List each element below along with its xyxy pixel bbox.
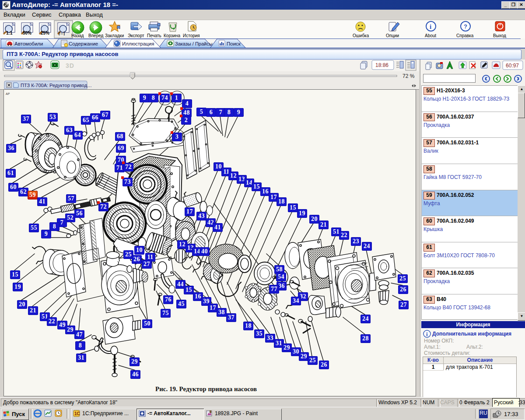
- svg-text:Поиск: Поиск: [227, 41, 241, 46]
- svg-text:Печать: Печать: [147, 33, 161, 38]
- svg-text:1С: 1С: [74, 411, 80, 416]
- svg-text:50%: 50%: [23, 31, 32, 35]
- svg-text:Экспорт: Экспорт: [128, 33, 144, 38]
- svg-text:3D: 3D: [66, 62, 74, 69]
- svg-text:Рис. 19. Редуктор привода насо: Рис. 19. Редуктор привода насосов: [155, 385, 257, 392]
- svg-text:|↔|: |↔|: [59, 31, 65, 35]
- svg-text:ПТЗ К-700А: Редуктор привод…: ПТЗ К-700А: Редуктор привод…: [21, 83, 92, 88]
- svg-text:Выход: Выход: [493, 33, 506, 38]
- svg-text:Ошибка: Ошибка: [353, 33, 369, 38]
- svg-text:Содержание: Содержание: [69, 41, 98, 46]
- svg-text:i: i: [426, 331, 428, 337]
- svg-text:About: About: [425, 33, 436, 38]
- svg-text:Иллюстрация: Иллюстрация: [122, 41, 154, 46]
- svg-text:i: i: [430, 23, 431, 30]
- svg-text:Назад: Назад: [71, 33, 84, 38]
- svg-text:АР: АР: [6, 92, 10, 95]
- svg-text:18:86: 18:86: [375, 62, 388, 68]
- svg-text:?: ?: [464, 23, 467, 30]
- svg-text:Корзина: Корзина: [164, 33, 181, 38]
- svg-text:25%: 25%: [41, 31, 49, 35]
- svg-text:Заказы / Прайсы: Заказы / Прайсы: [175, 41, 213, 46]
- svg-text:История: История: [183, 33, 200, 38]
- svg-text:Автомобили: Автомобили: [14, 41, 43, 46]
- svg-text:72 %: 72 %: [402, 73, 415, 79]
- svg-text:60:97: 60:97: [506, 63, 519, 69]
- svg-text:1:1: 1:1: [6, 31, 13, 35]
- svg-text:Вперед: Вперед: [88, 33, 104, 38]
- svg-text:Справка: Справка: [456, 33, 474, 38]
- svg-text:Закладки: Закладки: [105, 33, 124, 38]
- svg-text:Опции: Опции: [386, 33, 399, 38]
